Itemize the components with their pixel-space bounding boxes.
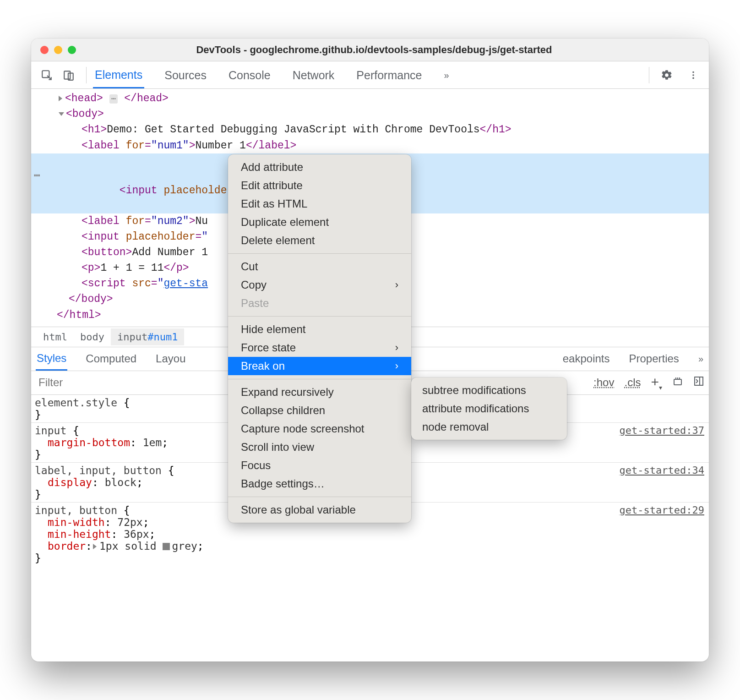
- dom-node-body[interactable]: <body>: [31, 106, 709, 122]
- window-close-button[interactable]: [40, 46, 49, 54]
- sm-subtree-modifications[interactable]: subtree modifications: [411, 381, 567, 399]
- cls-toggle[interactable]: .cls: [624, 376, 641, 389]
- styles-tab-layout[interactable]: Layou: [155, 348, 186, 370]
- svg-rect-6: [674, 379, 681, 385]
- cm-hide-element[interactable]: Hide element: [228, 320, 411, 339]
- devtools-window: DevTools - googlechrome.github.io/devtoo…: [31, 38, 709, 662]
- cm-edit-attribute[interactable]: Edit attribute: [228, 176, 411, 195]
- cm-expand-recursively[interactable]: Expand recursively: [228, 383, 411, 401]
- chevron-right-icon: ›: [395, 279, 398, 291]
- cm-delete-element[interactable]: Delete element: [228, 231, 411, 250]
- context-menu: Add attribute Edit attribute Edit as HTM…: [228, 154, 411, 523]
- rule-source-link[interactable]: get-started:29: [620, 504, 704, 516]
- styles-tab-styles[interactable]: Styles: [36, 347, 67, 371]
- cm-scroll-into-view[interactable]: Scroll into view: [228, 438, 411, 456]
- main-tabs: Elements Sources Console Network Perform…: [93, 62, 642, 88]
- window-maximize-button[interactable]: [68, 46, 76, 54]
- color-swatch-grey[interactable]: [163, 543, 170, 550]
- toolbar-separator: [86, 67, 87, 83]
- cm-break-on[interactable]: Break on›: [228, 357, 411, 375]
- cm-badge-settings[interactable]: Badge settings…: [228, 475, 411, 493]
- settings-icon[interactable]: [658, 66, 676, 84]
- traffic-lights: [40, 46, 76, 54]
- cm-paste: Paste: [228, 294, 411, 312]
- cm-separator: [228, 497, 411, 497]
- main-toolbar: Elements Sources Console Network Perform…: [31, 61, 709, 89]
- cm-duplicate-element[interactable]: Duplicate element: [228, 213, 411, 231]
- cm-focus[interactable]: Focus: [228, 456, 411, 475]
- window-title: DevTools - googlechrome.github.io/devtoo…: [76, 44, 672, 56]
- hov-toggle[interactable]: :hov: [593, 376, 614, 389]
- styles-tab-computed[interactable]: Computed: [85, 348, 137, 370]
- kebab-menu-icon[interactable]: [684, 66, 702, 84]
- cm-cut[interactable]: Cut: [228, 257, 411, 276]
- styles-tabs-more-icon[interactable]: »: [697, 349, 704, 369]
- cm-edit-as-html[interactable]: Edit as HTML: [228, 195, 411, 213]
- window-minimize-button[interactable]: [54, 46, 62, 54]
- cm-separator: [228, 316, 411, 317]
- chevron-right-icon: ›: [395, 360, 398, 372]
- dom-node-label1[interactable]: <label for="num1">Number 1</label>: [31, 138, 709, 153]
- chevron-right-icon: ›: [395, 342, 398, 354]
- rule-source-link[interactable]: get-started:34: [620, 465, 704, 476]
- tab-performance[interactable]: Performance: [354, 62, 424, 88]
- break-on-submenu: subtree modifications attribute modifica…: [411, 377, 567, 440]
- cm-separator: [228, 379, 411, 379]
- svg-point-4: [692, 74, 694, 76]
- svg-point-5: [692, 77, 694, 79]
- more-tabs-icon[interactable]: »: [442, 64, 451, 86]
- sm-node-removal[interactable]: node removal: [411, 418, 567, 436]
- new-style-rule-icon[interactable]: +▾: [651, 374, 662, 391]
- styles-toolbar: :hov .cls +▾: [593, 374, 704, 391]
- dom-node-head[interactable]: <head> ⋯ </head>: [31, 91, 709, 106]
- styles-tab-breakpoints[interactable]: eakpoints: [562, 348, 611, 370]
- sm-attribute-modifications[interactable]: attribute modifications: [411, 399, 567, 418]
- styles-tab-properties[interactable]: Properties: [628, 348, 680, 370]
- cm-force-state[interactable]: Force state›: [228, 339, 411, 357]
- cm-add-attribute[interactable]: Add attribute: [228, 158, 411, 176]
- cm-copy[interactable]: Copy›: [228, 276, 411, 294]
- cm-separator: [228, 253, 411, 254]
- crumb-body[interactable]: body: [74, 328, 111, 345]
- tab-sources[interactable]: Sources: [163, 62, 208, 88]
- crumb-html[interactable]: html: [37, 328, 74, 345]
- titlebar: DevTools - googlechrome.github.io/devtoo…: [31, 38, 709, 61]
- cm-collapse-children[interactable]: Collapse children: [228, 401, 411, 420]
- crumb-input[interactable]: input#num1: [111, 328, 184, 345]
- device-toolbar-icon[interactable]: [60, 66, 78, 84]
- tab-network[interactable]: Network: [291, 62, 337, 88]
- svg-rect-1: [64, 71, 70, 79]
- svg-rect-7: [695, 377, 703, 385]
- inspect-element-icon[interactable]: [38, 66, 56, 84]
- svg-point-3: [692, 71, 694, 73]
- dom-node-h1[interactable]: <h1>Demo: Get Started Debugging JavaScri…: [31, 122, 709, 137]
- tab-console[interactable]: Console: [227, 62, 272, 88]
- cm-capture-screenshot[interactable]: Capture node screenshot: [228, 420, 411, 438]
- toggle-common-rendering-icon[interactable]: [672, 376, 683, 389]
- rule-source-link[interactable]: get-started:37: [620, 425, 704, 436]
- cm-store-global[interactable]: Store as global variable: [228, 501, 411, 519]
- computed-sidebar-toggle-icon[interactable]: [693, 376, 704, 389]
- selected-node-actions-icon[interactable]: ⋯: [34, 169, 40, 183]
- tab-elements[interactable]: Elements: [93, 62, 144, 88]
- toolbar-separator-right: [649, 67, 649, 83]
